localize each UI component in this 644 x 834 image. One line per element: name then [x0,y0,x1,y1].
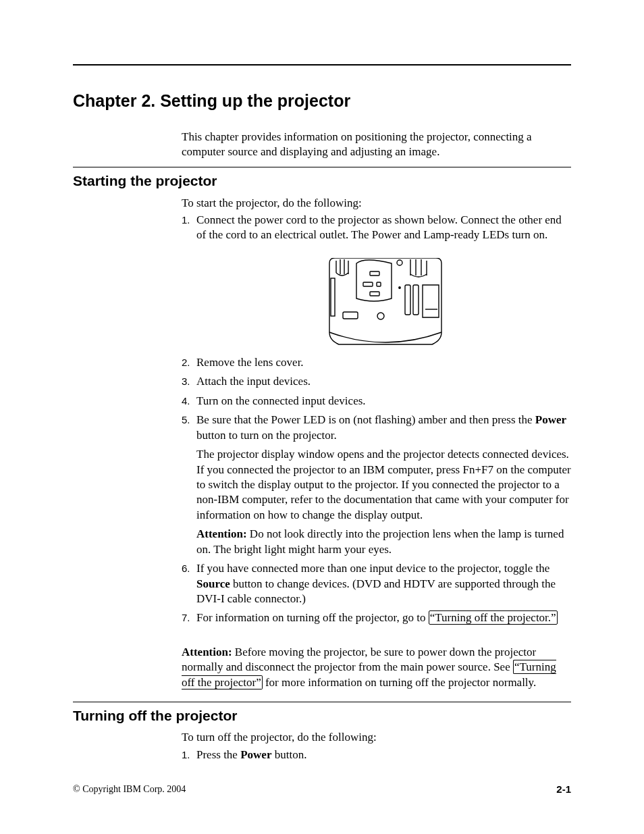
svg-rect-2 [363,282,373,286]
list-number: 1. [182,213,196,243]
list-text: If you have connected more than one inpu… [196,561,571,606]
list-number: 4. [182,394,196,409]
text-run: button to change devices. (DVD and HDTV … [196,577,556,605]
bold-text: Source [196,577,230,590]
footer-page-number: 2-1 [556,783,571,795]
attention-label: Attention: [182,646,232,658]
text-run: button. [271,748,306,761]
section-heading: Turning off the projector [73,708,237,724]
section-rule [73,167,571,167]
section-intro: To turn off the projector, do the follow… [182,731,571,744]
ordered-list: 1. Press the Power button. [182,748,571,766]
bold-text: Power [240,748,271,761]
list-text: For information on turning off the proje… [196,610,571,625]
text-run: for more information on turning off the … [263,676,537,689]
text-run: For information on turning off the proje… [196,611,429,624]
page: Chapter 2. Setting up the projector This… [0,0,644,834]
section-heading: Starting the projector [73,173,217,189]
attention-block: Attention: Before moving the projector, … [182,645,571,690]
svg-rect-7 [405,285,410,315]
svg-rect-3 [377,282,381,286]
svg-rect-6 [343,312,358,319]
list-item: 1. Press the Power button. [182,748,571,762]
top-rule [73,64,571,66]
list-text: Connect the power cord to the projector … [196,213,571,243]
list-text: Attach the input devices. [196,374,571,389]
list-item: 2. Remove the lens cover. [182,355,571,370]
attention-label: Attention: [196,527,247,540]
list-number: 6. [182,561,196,606]
list-text: Be sure that the Power LED is on (not fl… [196,413,571,557]
list-item: 4. Turn on the connected input devices. [182,394,571,409]
list-item: 5. Be sure that the Power LED is on (not… [182,413,571,557]
list-number: 2. [182,355,196,370]
projector-rear-diagram [324,258,447,354]
attention-note: Attention: Do not look directly into the… [196,527,571,557]
list-text: Turn on the connected input devices. [196,394,571,409]
list-item: 7. For information on turning off the pr… [182,610,571,625]
svg-point-0 [397,260,402,265]
bold-text: Power [535,413,566,426]
list-item: 1. Connect the power cord to the project… [182,213,571,243]
list-text: Remove the lens cover. [196,355,571,370]
list-number: 3. [182,374,196,389]
svg-rect-1 [370,271,379,276]
list-number: 5. [182,413,196,557]
svg-point-5 [377,313,384,319]
list-number: 7. [182,610,196,625]
cross-reference-link[interactable]: “Turning off the projector.” [429,610,558,625]
text-run: Before moving the projector, be sure to … [182,646,536,673]
text-run: Be sure that the Power LED is on (not fl… [196,413,535,426]
text-run: Press the [196,748,240,761]
svg-point-10 [399,287,400,288]
list-item: 3. Attach the input devices. [182,374,571,389]
attention-text: Do not look directly into the projection… [196,527,564,555]
svg-rect-4 [370,292,379,296]
chapter-intro: This chapter provides information on pos… [182,130,571,160]
svg-rect-8 [413,285,419,315]
section-rule [73,702,571,702]
section-intro: To start the projector, do the following… [182,196,571,211]
footer-copyright: © Copyright IBM Corp. 2004 [73,784,186,795]
chapter-title: Chapter 2. Setting up the projector [73,91,350,111]
list-number: 1. [182,748,196,762]
text-run: If you have connected more than one inpu… [196,562,549,575]
text-run: button to turn on the projector. [196,429,337,442]
svg-rect-9 [331,278,335,316]
paragraph: The projector display window opens and t… [196,447,571,523]
list-text: Press the Power button. [196,748,571,762]
list-item: 6. If you have connected more than one i… [182,561,571,606]
